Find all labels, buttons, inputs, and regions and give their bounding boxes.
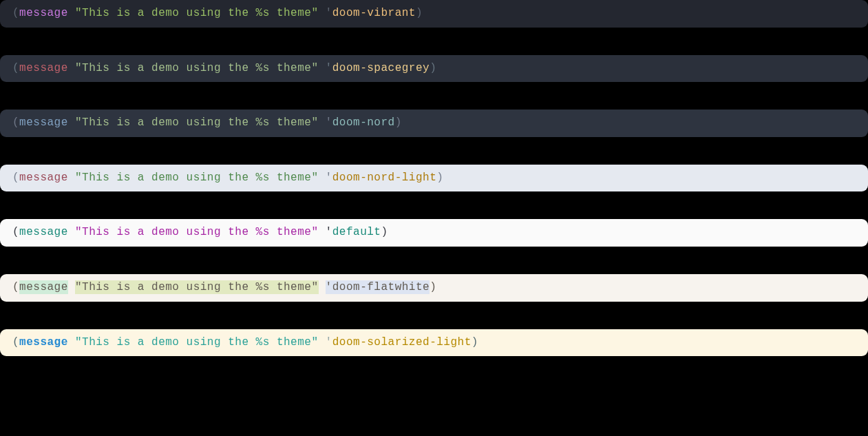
symbol-name: doom-flatwhite: [332, 280, 430, 294]
string-literal: "This is a demo using the %s theme": [75, 226, 319, 238]
code-block-default: (message "This is a demo using the %s th…: [0, 219, 868, 247]
code-sample-container: (message "This is a demo using the %s th…: [0, 0, 868, 356]
paren-open: (: [12, 226, 19, 238]
code-block-spacegrey: (message "This is a demo using the %s th…: [0, 55, 868, 83]
paren-close: ): [381, 226, 388, 238]
paren-close: ): [395, 116, 402, 129]
paren-open: (: [12, 7, 19, 19]
paren-open: (: [12, 281, 19, 293]
function-name: message: [19, 172, 68, 184]
paren-close: ): [436, 172, 443, 184]
paren-close: ): [430, 281, 436, 293]
paren-close: ): [430, 62, 436, 74]
function-name: message: [19, 7, 68, 19]
code-block-flatwhite: (message "This is a demo using the %s th…: [0, 274, 868, 302]
code-block-nord-light: (message "This is a demo using the %s th…: [0, 165, 868, 192]
function-name: message: [19, 336, 68, 349]
paren-open: (: [12, 62, 19, 74]
paren-open: (: [12, 172, 19, 184]
quote-char: ': [326, 226, 332, 238]
quote-char: ': [326, 116, 332, 129]
code-block-vibrant: (message "This is a demo using the %s th…: [0, 0, 868, 28]
string-literal: "This is a demo using the %s theme": [75, 172, 319, 184]
function-name: message: [19, 226, 68, 238]
symbol-name: doom-vibrant: [332, 7, 416, 19]
function-name: message: [19, 116, 68, 129]
quote-char: ': [326, 336, 332, 349]
symbol-name: doom-nord: [332, 116, 395, 129]
string-literal: "This is a demo using the %s theme": [75, 62, 319, 74]
function-name: message: [19, 62, 68, 74]
quote-char: ': [326, 7, 332, 19]
quote-char: ': [326, 62, 332, 74]
paren-open: (: [12, 116, 19, 129]
symbol-name: doom-solarized-light: [332, 336, 472, 349]
symbol-name: doom-spacegrey: [332, 62, 430, 74]
code-block-nord: (message "This is a demo using the %s th…: [0, 110, 868, 137]
function-name: message: [19, 280, 68, 294]
string-literal: "This is a demo using the %s theme": [75, 116, 319, 129]
string-literal: "This is a demo using the %s theme": [75, 280, 319, 294]
quote-char: ': [326, 280, 332, 294]
string-literal: "This is a demo using the %s theme": [75, 336, 319, 349]
code-block-solarized-light: (message "This is a demo using the %s th…: [0, 329, 868, 357]
symbol-name: doom-nord-light: [332, 172, 437, 184]
quote-char: ': [326, 172, 332, 184]
paren-close: ): [472, 336, 478, 349]
paren-close: ): [416, 7, 423, 19]
paren-open: (: [12, 336, 19, 349]
symbol-name: default: [332, 226, 381, 238]
string-literal: "This is a demo using the %s theme": [75, 7, 319, 19]
